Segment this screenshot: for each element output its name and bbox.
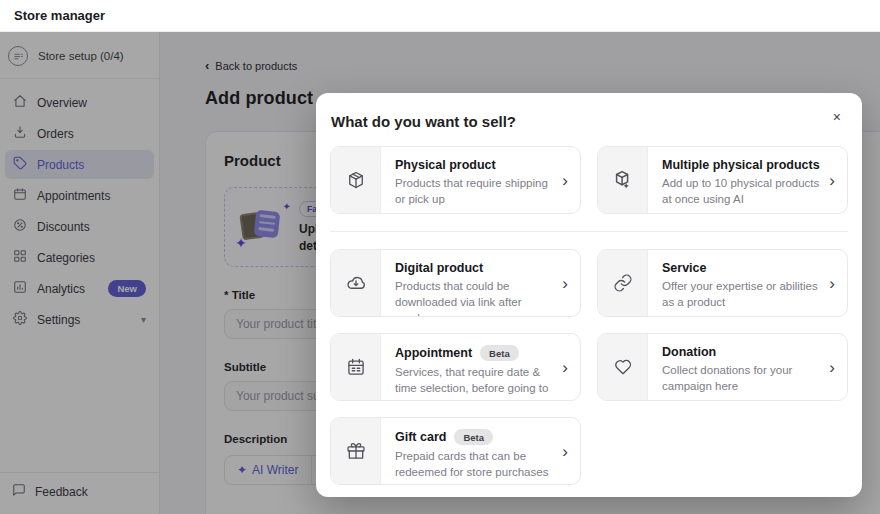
chain-link-icon [598, 250, 648, 316]
gift-icon [331, 418, 381, 484]
beta-badge: Beta [480, 345, 519, 361]
chevron-right-icon: › [562, 443, 568, 460]
option-title: Physical product [395, 158, 496, 172]
modal-title: What do you want to sell? [331, 113, 848, 130]
option-physical-product[interactable]: Physical product Products that require s… [330, 146, 581, 214]
chevron-right-icon: › [562, 275, 568, 292]
option-gift-card[interactable]: Gift card Beta Prepaid cards that can be… [330, 417, 581, 485]
option-description: Products that could be downloaded via li… [395, 278, 556, 317]
chevron-right-icon: › [562, 172, 568, 189]
option-description: Offer your expertise or abilities as a p… [662, 278, 823, 310]
option-title: Gift card [395, 430, 446, 444]
app-title: Store manager [14, 8, 105, 23]
option-title: Multiple physical products [662, 158, 820, 172]
option-title: Donation [662, 345, 716, 359]
chevron-right-icon: › [562, 359, 568, 376]
option-multiple-physical-products[interactable]: Multiple physical products Add up to 10 … [597, 146, 848, 214]
option-description: Services, that require date & time selec… [395, 364, 556, 401]
package-plus-icon [598, 147, 648, 213]
option-service[interactable]: Service Offer your expertise or abilitie… [597, 249, 848, 317]
chevron-right-icon: › [829, 275, 835, 292]
option-description: Products that require shipping or pick u… [395, 175, 556, 207]
chevron-right-icon: › [829, 359, 835, 376]
option-title: Appointment [395, 346, 472, 360]
sell-options-grid: Physical product Products that require s… [330, 146, 848, 485]
beta-badge: Beta [454, 429, 493, 445]
cloud-download-icon [331, 250, 381, 316]
option-description: Prepaid cards that can be redeemed for s… [395, 448, 556, 480]
option-description: Collect donations for your campaign here [662, 362, 823, 394]
sell-type-modal: What do you want to sell? × Physical pro… [316, 93, 862, 497]
option-digital-product[interactable]: Digital product Products that could be d… [330, 249, 581, 317]
empty-grid-cell [597, 417, 848, 485]
close-icon[interactable]: × [830, 107, 844, 127]
option-appointment[interactable]: Appointment Beta Services, that require … [330, 333, 581, 401]
modal-row-divider [330, 231, 848, 232]
option-description: Add up to 10 physical products at once u… [662, 175, 823, 207]
top-header: Store manager [0, 0, 880, 32]
package-icon [331, 147, 381, 213]
heart-icon [598, 334, 648, 400]
calendar-icon [331, 334, 381, 400]
option-title: Service [662, 261, 706, 275]
option-donation[interactable]: Donation Collect donations for your camp… [597, 333, 848, 401]
chevron-right-icon: › [829, 172, 835, 189]
option-title: Digital product [395, 261, 483, 275]
